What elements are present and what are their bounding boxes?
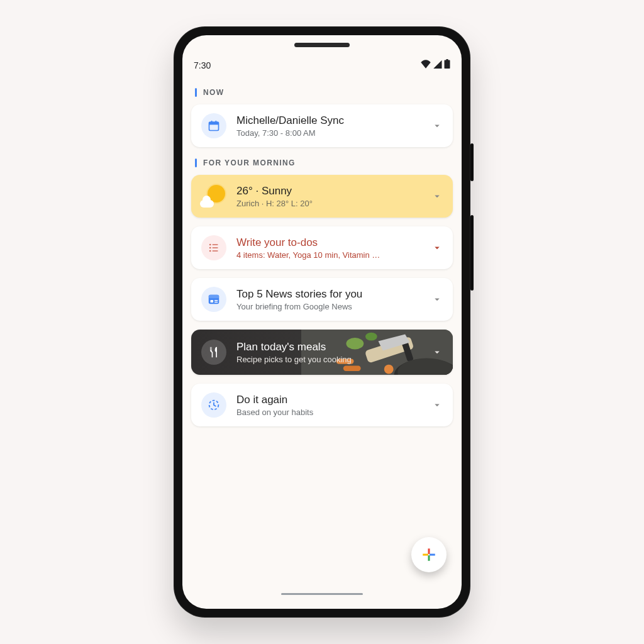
phone-frame: 7:30 NOW [174,26,470,618]
plus-icon [421,547,437,563]
feed-scroll[interactable]: NOW Michelle/Danielle Sync Today, 7:30 -… [182,72,462,426]
svg-rect-3 [216,121,217,123]
card-title: Write your to-dos [236,236,421,249]
svg-rect-30 [430,553,435,555]
svg-point-22 [365,333,377,341]
card-title: Plan today's meals [236,340,421,353]
card-title: 26° · Sunny [236,184,421,197]
svg-rect-9 [213,250,218,252]
battery-icon [444,59,450,70]
fab-add[interactable] [411,537,447,572]
card-calendar-event[interactable]: Michelle/Danielle Sync Today, 7:30 - 8:0… [191,104,453,147]
card-todos[interactable]: Write your to-dos 4 items: Water, Yoga 1… [191,226,453,269]
weather-icon [201,184,226,209]
chevron-down-icon [431,191,443,202]
chevron-down-icon [431,120,443,131]
card-weather[interactable]: 26° · Sunny Zurich · H: 28° L: 20° [191,175,453,218]
card-news[interactable]: Top 5 News stories for you Your briefing… [191,278,453,321]
screen: 7:30 NOW [182,35,462,609]
utensils-icon [201,340,226,365]
chevron-down-icon [431,399,443,411]
svg-point-6 [209,247,211,249]
list-icon [201,235,226,260]
svg-point-4 [209,244,211,246]
calendar-icon [201,113,226,138]
wifi-icon [421,60,431,70]
card-title: Do it again [236,393,421,406]
chevron-down-icon [431,294,443,305]
card-subtitle: Zurich · H: 28° L: 20° [236,199,421,208]
section-header-morning: FOR YOUR MORNING [195,158,449,167]
card-subtitle: Based on your habits [236,408,421,417]
svg-rect-2 [211,121,213,123]
status-bar: 7:30 [182,35,462,72]
history-icon [201,392,226,418]
card-subtitle: 4 items: Water, Yoga 10 min, Vitamin … [236,250,421,260]
news-icon [201,287,226,312]
svg-rect-7 [213,247,218,248]
cellular-icon [433,60,442,70]
status-time: 7:30 [194,60,211,70]
chevron-down-icon [431,242,443,253]
svg-rect-27 [428,548,430,554]
svg-rect-13 [214,300,218,301]
card-subtitle: Recipe picks to get you cooking [236,355,421,364]
home-gesture-bar[interactable] [281,593,363,595]
card-do-it-again[interactable]: Do it again Based on your habits [191,384,453,426]
card-subtitle: Today, 7:30 - 8:00 AM [236,128,421,138]
svg-point-8 [209,250,211,252]
card-meals[interactable]: Plan today's meals Recipe picks to get y… [191,330,453,375]
svg-point-23 [384,365,394,374]
svg-rect-11 [209,295,219,299]
card-subtitle: Your briefing from Google News [236,302,421,311]
svg-rect-14 [214,302,218,303]
svg-rect-28 [428,555,430,561]
power-button[interactable] [470,143,474,181]
svg-rect-25 [343,366,361,371]
svg-rect-5 [213,244,218,245]
section-header-label: FOR YOUR MORNING [203,158,296,167]
volume-rocker[interactable] [470,215,474,291]
section-header-now: NOW [195,88,449,97]
svg-rect-1 [209,122,219,125]
card-title: Michelle/Danielle Sync [236,114,421,127]
svg-rect-29 [423,553,428,555]
card-title: Top 5 News stories for you [236,287,421,301]
svg-rect-12 [211,300,214,303]
chevron-down-icon [431,347,443,358]
section-header-label: NOW [203,88,225,97]
